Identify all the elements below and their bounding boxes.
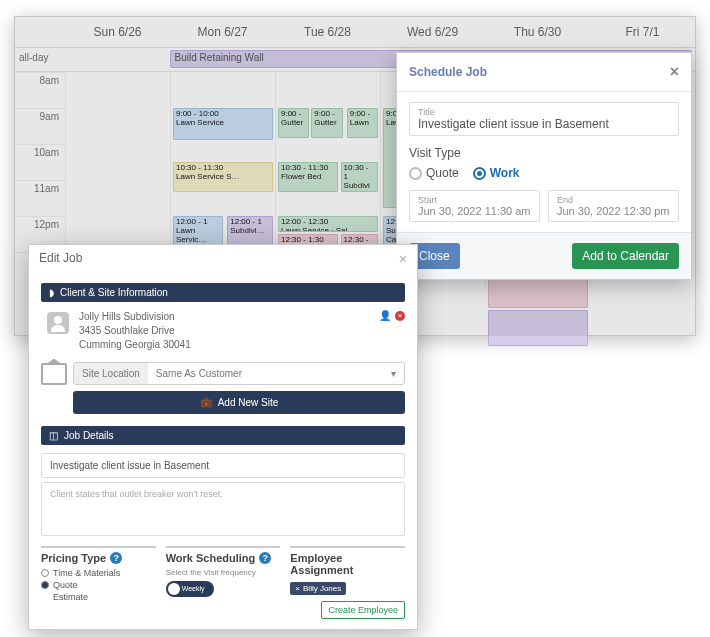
remove-chip-icon[interactable]: × <box>295 584 300 593</box>
day-header-fri[interactable]: Fri 7/1 <box>590 17 695 47</box>
edit-job-modal: Edit Job × ◗ Client & Site Information J… <box>28 244 418 630</box>
end-label: End <box>557 195 670 205</box>
expand-icon: ◫ <box>49 430 58 441</box>
hour-8am: 8am <box>15 72 65 108</box>
chevron-down-icon: ▾ <box>383 363 404 384</box>
end-value: Jun 30, 2022 12:30 pm <box>557 205 670 217</box>
remove-client-icon[interactable]: × <box>395 311 405 321</box>
add-new-site-label: Add New Site <box>218 397 279 408</box>
scheduling-sub: Select the Visit frequency <box>166 568 281 577</box>
site-location-label: Site Location <box>74 363 148 384</box>
help-icon[interactable]: ? <box>110 552 122 564</box>
client-text: Jolly Hills Subdivision 3435 Southlake D… <box>79 310 191 352</box>
radio-icon <box>41 581 49 589</box>
scheduling-column: Work Scheduling? Select the Visit freque… <box>166 546 281 619</box>
schedule-modal-header: Schedule Job × <box>397 53 691 92</box>
hour-9am: 9am <box>15 108 65 144</box>
client-info-row: Jolly Hills Subdivision 3435 Southlake D… <box>47 310 405 352</box>
event-thu-2[interactable] <box>488 310 588 346</box>
client-addr1: 3435 Southlake Drive <box>79 324 191 338</box>
job-title-field[interactable]: Title Investigate client issue in Baseme… <box>409 102 679 136</box>
client-addr2: Cumming Georgia 30041 <box>79 338 191 352</box>
site-location-select[interactable]: Site Location Same As Customer ▾ <box>73 362 405 385</box>
day-header-sun[interactable]: Sun 6/26 <box>65 17 170 47</box>
calendar-header: Sun 6/26 Mon 6/27 Tue 6/28 Wed 6/29 Thu … <box>15 17 695 48</box>
frequency-toggle[interactable]: Weekly <box>166 581 214 597</box>
employee-column: Employee Assignment ×Billy Jones Create … <box>290 546 405 619</box>
add-new-site-button[interactable]: 💼 Add New Site <box>73 391 405 414</box>
job-title-label: Title <box>418 107 670 117</box>
visit-type-quote[interactable]: Quote <box>409 166 459 180</box>
event-tue-subdiv-1030[interactable]: 10:30 - 1Subdivi <box>341 162 378 192</box>
day-header-thu[interactable]: Thu 6/30 <box>485 17 590 47</box>
day-header-tue[interactable]: Tue 6/28 <box>275 17 380 47</box>
visit-type-radios: Quote Work <box>409 166 679 180</box>
hour-10am: 10am <box>15 144 65 180</box>
client-name: Jolly Hills Subdivision <box>79 310 191 324</box>
event-tue-gutter-9b[interactable]: 9:00 -Gutter <box>311 108 342 138</box>
schedule-modal-title: Schedule Job <box>409 65 487 79</box>
pricing-column: Pricing Type? Time & Materials Quote Est… <box>41 546 156 619</box>
add-to-calendar-button[interactable]: Add to Calendar <box>572 243 679 269</box>
help-icon[interactable]: ? <box>259 552 271 564</box>
employee-header: Employee Assignment <box>290 552 405 576</box>
close-icon[interactable]: × <box>399 251 407 267</box>
person-icon: ◗ <box>49 287 54 298</box>
schedule-job-modal: Schedule Job × Title Investigate client … <box>396 52 692 280</box>
building-icon <box>41 363 67 385</box>
scheduling-header: Work Scheduling <box>166 552 256 564</box>
start-label: Start <box>418 195 531 205</box>
job-issue-field[interactable]: Investigate client issue in Basement <box>41 453 405 478</box>
hour-11am: 11am <box>15 180 65 216</box>
event-tue-flowerbed[interactable]: 10:30 - 11:30Flower Bed <box>278 162 338 192</box>
time-gutter-header <box>15 17 65 47</box>
schedule-modal-footer: Close Add to Calendar <box>397 232 691 279</box>
end-datetime-field[interactable]: End Jun 30, 2022 12:30 pm <box>548 190 679 222</box>
avatar-icon <box>47 312 69 334</box>
event-mon-lawn-1030[interactable]: 10:30 - 11:30Lawn Service S… <box>173 162 273 192</box>
event-tue-lawn-sal-12[interactable]: 12:00 - 12:30Lawn Service · Sal <box>278 216 378 232</box>
job-title-value: Investigate client issue in Basement <box>418 117 670 131</box>
briefcase-icon: 💼 <box>200 397 212 408</box>
start-datetime-field[interactable]: Start Jun 30, 2022 11:30 am <box>409 190 540 222</box>
radio-icon <box>41 569 49 577</box>
site-row: Site Location Same As Customer ▾ <box>41 362 405 385</box>
job-details-section-title: Job Details <box>64 430 113 441</box>
edit-modal-header: Edit Job × <box>29 245 417 273</box>
pricing-header: Pricing Type <box>41 552 106 564</box>
start-value: Jun 30, 2022 11:30 am <box>418 205 531 217</box>
client-site-section-header: ◗ Client & Site Information <box>41 283 405 302</box>
visit-type-work[interactable]: Work <box>473 166 520 180</box>
radio-icon <box>473 167 486 180</box>
location-pin-icon[interactable]: 👤 <box>379 310 391 321</box>
pricing-time-materials[interactable]: Time & Materials <box>41 568 156 578</box>
job-notes-field[interactable]: Client states that outlet breaker won't … <box>41 482 405 536</box>
job-details-section-header: ◫ Job Details <box>41 426 405 445</box>
event-mon-lawn-9[interactable]: 9:00 - 10:00Lawn Service <box>173 108 273 140</box>
day-header-mon[interactable]: Mon 6/27 <box>170 17 275 47</box>
event-tue-gutter-9a[interactable]: 9:00 -Gutter <box>278 108 309 138</box>
create-employee-button[interactable]: Create Employee <box>321 601 405 619</box>
edit-modal-title: Edit Job <box>39 251 82 267</box>
visit-type-label: Visit Type <box>409 146 679 160</box>
pricing-estimate[interactable]: Estimate <box>53 592 156 602</box>
employee-chip-billy[interactable]: ×Billy Jones <box>290 582 346 595</box>
event-tue-lawn-9c[interactable]: 9:00 -Lawn <box>347 108 378 138</box>
radio-icon <box>409 167 422 180</box>
pricing-quote[interactable]: Quote <box>41 580 156 590</box>
client-site-section-title: Client & Site Information <box>60 287 168 298</box>
close-icon[interactable]: × <box>670 63 679 81</box>
day-header-wed[interactable]: Wed 6/29 <box>380 17 485 47</box>
job-columns: Pricing Type? Time & Materials Quote Est… <box>41 546 405 619</box>
site-location-value: Same As Customer <box>148 363 383 384</box>
allday-label: all-day <box>15 48 65 71</box>
